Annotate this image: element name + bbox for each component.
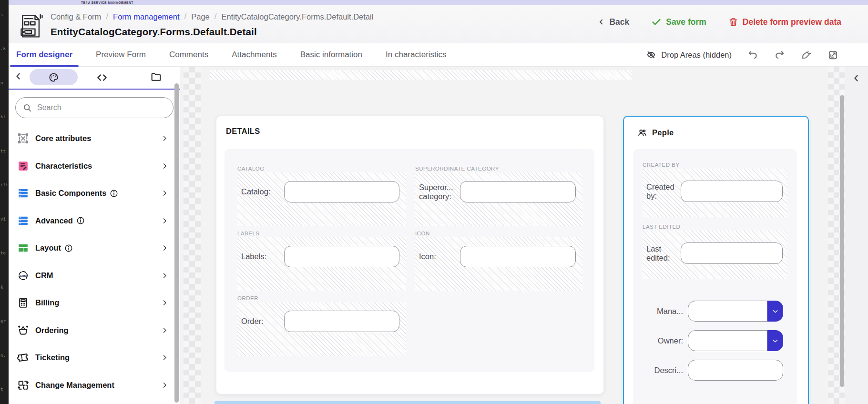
field-input[interactable] bbox=[681, 242, 783, 264]
sidebar-item-ticketing[interactable]: Ticketing bbox=[9, 344, 180, 372]
delete-form-button[interactable]: Delete form preview data bbox=[728, 17, 841, 27]
drop-areas-toggle[interactable]: Drop Areas (hidden) bbox=[646, 50, 732, 60]
characteristics-icon bbox=[17, 160, 29, 172]
people-card[interactable]: Peple CREATED BYCreated by:LAST EDITEDLa… bbox=[623, 116, 809, 404]
info-icon bbox=[64, 244, 73, 252]
sidebar-item-label: Characteristics bbox=[35, 162, 92, 171]
canvas-scrollbar[interactable] bbox=[840, 95, 844, 387]
people-field-owner[interactable]: Owner: bbox=[643, 330, 787, 351]
drop-zone-top bbox=[210, 70, 632, 80]
sidebar-item-core-attributes[interactable]: Core attributes bbox=[9, 125, 180, 152]
field-group-superordinate-category[interactable]: SUPERORDINATE CATEGORYSuperor... categor… bbox=[415, 165, 582, 226]
sidebar-collapse-button[interactable] bbox=[13, 71, 23, 81]
right-gutter bbox=[845, 67, 868, 404]
select-dropdown-button[interactable] bbox=[767, 330, 783, 351]
tab-preview-form[interactable]: Preview Form bbox=[94, 43, 147, 67]
back-label: Back bbox=[609, 17, 629, 27]
info-icon bbox=[110, 189, 118, 198]
field-group-caption: CREATED BY bbox=[643, 162, 684, 168]
sidebar-item-label: Billing bbox=[35, 298, 59, 307]
document-form-icon bbox=[18, 12, 45, 40]
field-input[interactable] bbox=[681, 181, 783, 202]
breadcrumb-separator: / bbox=[184, 12, 187, 21]
sidebar-search bbox=[15, 97, 174, 118]
back-button[interactable]: Back bbox=[597, 17, 629, 27]
breadcrumb-item-form-management[interactable]: Form management bbox=[113, 12, 179, 21]
redo-button[interactable] bbox=[774, 50, 785, 61]
edge-fragment: t bbox=[0, 387, 8, 392]
field-group-order[interactable]: ORDEROrder: bbox=[237, 295, 406, 356]
tab-in-characteristics[interactable]: In characteristics bbox=[384, 43, 448, 67]
field-group-caption: LABELS bbox=[237, 230, 263, 237]
expand-button[interactable] bbox=[827, 50, 838, 61]
calculator-icon bbox=[17, 297, 29, 309]
undo-button[interactable] bbox=[747, 50, 758, 61]
right-panel-collapse-button[interactable] bbox=[851, 73, 861, 83]
edge-fragment: te bbox=[0, 251, 8, 255]
sidebar-active-tab-divider bbox=[9, 89, 180, 90]
sidebar-item-label: Advanced bbox=[35, 216, 73, 225]
breadcrumb-item-page: Page bbox=[191, 12, 210, 21]
field-input[interactable] bbox=[460, 246, 576, 267]
chevron-right-icon bbox=[161, 189, 169, 197]
details-card[interactable]: DETAILS CATALOGCatalog:SUPERORDINATE CAT… bbox=[216, 116, 604, 394]
chevron-down-icon bbox=[771, 337, 779, 345]
people-field-mana[interactable]: Mana... bbox=[643, 301, 787, 322]
field-input[interactable] bbox=[284, 246, 399, 267]
selection-box-icon bbox=[17, 132, 29, 144]
search-icon bbox=[22, 103, 32, 113]
page-title: EntityCatalogCategory.Forms.Default.Deta… bbox=[51, 26, 257, 38]
files-folder-tab[interactable] bbox=[150, 71, 162, 83]
field-label: Order: bbox=[241, 317, 284, 326]
people-icon bbox=[637, 128, 647, 138]
tab-attachments[interactable]: Attachments bbox=[230, 43, 278, 67]
sidebar-item-characteristics[interactable]: Characteristics bbox=[9, 152, 180, 180]
field-group-caption: LAST EDITED bbox=[643, 223, 684, 230]
tab-basic-information[interactable]: Basic information bbox=[299, 43, 364, 67]
field-group-caption: ORDER bbox=[237, 295, 262, 302]
list-blue-icon bbox=[17, 187, 29, 199]
palette-tab[interactable] bbox=[30, 69, 78, 85]
sidebar-item-basic-components[interactable]: Basic Components bbox=[9, 180, 180, 207]
field-label: Labels: bbox=[241, 252, 284, 261]
select-value-field[interactable] bbox=[688, 301, 767, 322]
chevron-right-icon bbox=[161, 272, 169, 280]
sidebar-search-input[interactable] bbox=[37, 103, 166, 112]
select-dropdown-button[interactable] bbox=[767, 301, 783, 322]
sidebar-item-billing[interactable]: Billing bbox=[9, 289, 180, 317]
field-label: Catalog: bbox=[241, 187, 284, 196]
field-group-labels[interactable]: LABELSLabels: bbox=[237, 230, 406, 291]
edge-fragment: .k bbox=[0, 46, 8, 51]
details-card-title: DETAILS bbox=[226, 127, 260, 136]
sidebar-item-change-management[interactable]: Change Management bbox=[9, 372, 180, 399]
edge-fragment: kt bbox=[0, 114, 8, 119]
people-field-descri[interactable]: Descri... bbox=[643, 360, 787, 381]
code-tab[interactable] bbox=[96, 71, 108, 84]
edge-fragment: s bbox=[0, 12, 8, 17]
sidebar-item-crm[interactable]: CRMCRM bbox=[9, 262, 180, 290]
header-actions: Back Save form Delete form preview data bbox=[597, 17, 841, 27]
tab-comments[interactable]: Comments bbox=[168, 43, 210, 67]
sidebar-item-layout[interactable]: Layout bbox=[9, 234, 180, 262]
sidebar-item-advanced[interactable]: Advanced bbox=[9, 207, 180, 235]
field-group-icon[interactable]: ICONIcon: bbox=[415, 230, 582, 291]
list-blue-icon bbox=[17, 215, 29, 227]
tab-form-designer[interactable]: Form designer bbox=[15, 43, 74, 67]
field-input[interactable] bbox=[284, 181, 399, 202]
field-input[interactable] bbox=[688, 360, 783, 381]
sidebar-scrollbar[interactable] bbox=[174, 83, 179, 403]
edge-fragment: n. bbox=[0, 353, 8, 358]
select-value-field[interactable] bbox=[688, 330, 767, 351]
field-input[interactable] bbox=[284, 311, 399, 332]
save-form-button[interactable]: Save form bbox=[651, 17, 706, 27]
field-input[interactable] bbox=[460, 181, 576, 202]
field-group-created-by[interactable]: CREATED BYCreated by: bbox=[643, 162, 787, 217]
eye-off-icon bbox=[646, 50, 656, 60]
field-label: Owner: bbox=[643, 336, 688, 345]
app-header: Config & Form/Form management/Page/Entit… bbox=[9, 5, 868, 43]
sidebar-item-ordering[interactable]: Ordering bbox=[9, 317, 180, 344]
cleanup-brush-button[interactable] bbox=[801, 50, 812, 61]
field-group-catalog[interactable]: CATALOGCatalog: bbox=[237, 165, 406, 226]
breadcrumb-item-entitycatalogcategory-forms-default-detail: EntityCatalogCategory.Forms.Default.Deta… bbox=[222, 12, 374, 21]
field-group-last-edited[interactable]: LAST EDITEDLast edited: bbox=[643, 223, 787, 279]
